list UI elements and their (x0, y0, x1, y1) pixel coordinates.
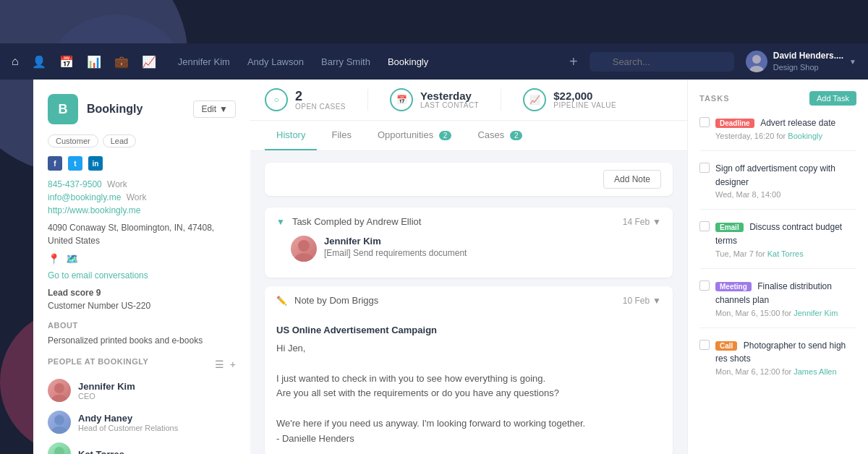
toggle-icon: ▼ (276, 217, 285, 227)
topnav: ⌂ 👤 📅 📊 💼 📈 Jennifer Kim Andy Lawson Bar… (0, 43, 868, 80)
activity-header[interactable]: ▼ Task Compled by Andrew Elliot 14 Feb ▼ (265, 207, 673, 236)
person-name[interactable]: Andy Haney (78, 413, 178, 424)
tags: Customer Lead (48, 134, 236, 147)
tag-lead[interactable]: Lead (103, 134, 136, 147)
email-badge: Email (715, 223, 744, 232)
person-info: Jennifer Kim CEO (78, 381, 135, 401)
tab-files[interactable]: Files (320, 121, 362, 150)
edit-button[interactable]: Edit ▼ (193, 100, 236, 118)
person-name[interactable]: Jennifer Kim (78, 381, 135, 392)
note-icon: ✏️ (276, 296, 287, 306)
email-link[interactable]: info@bookingly.me (48, 192, 121, 202)
home-icon[interactable]: ⌂ (12, 55, 19, 68)
list-item: Sign off advertisment copy with designer… (699, 161, 856, 210)
activity-title: Task Compled by Andrew Elliot (292, 216, 421, 227)
avatar (746, 51, 767, 72)
note-text: Hi Jen, I just wanted to check in with y… (276, 341, 661, 447)
svg-point-3 (51, 395, 67, 402)
user-menu[interactable]: David Henders.... Design Shop ▼ (746, 51, 856, 72)
twitter-icon[interactable]: t (68, 156, 82, 171)
task-meta: Wed, Mar 8, 14:00 (715, 190, 856, 199)
task-checkbox[interactable] (699, 280, 710, 291)
trend-icon[interactable]: 📈 (142, 55, 156, 69)
phone-info: 845-437-9500 Work (48, 179, 236, 189)
task-checkbox[interactable] (699, 221, 710, 231)
briefcase-icon[interactable]: 💼 (114, 55, 129, 69)
tab-bookingly[interactable]: Bookingly (380, 53, 435, 70)
website-link[interactable]: http://www.bookingly.me (48, 205, 141, 215)
user-icon[interactable]: 👤 (32, 55, 46, 69)
stat-last-contact: 📅 Yesterday LAST CONTACT (390, 88, 501, 111)
person-avatar-jennifer (48, 379, 71, 402)
stat-open-cases: ○ 2 OPEN CASES (265, 88, 367, 111)
person-role: Head of Customer Relations (78, 424, 178, 432)
task-link[interactable]: Bookingly (788, 132, 822, 140)
about-text: Personalized printed books and e-books (48, 335, 236, 346)
phone-link[interactable]: 845-437-9500 (48, 179, 102, 189)
add-task-button[interactable]: Add Task (809, 91, 856, 106)
calendar-icon[interactable]: 📅 (59, 55, 74, 69)
tab-cases[interactable]: Cases 2 (466, 121, 534, 150)
task-link[interactable]: James Allen (793, 367, 836, 376)
facebook-icon[interactable]: f (48, 156, 62, 171)
person-name: Jennifer Kim (324, 236, 467, 247)
tasks-header: TASKS Add Task (699, 91, 856, 106)
tab-barry-smith[interactable]: Barry Smith (314, 53, 378, 70)
email-info: info@bookingly.me Work (48, 192, 236, 202)
note-campaign: US Online Advertisement Campaign (276, 325, 661, 335)
svg-point-0 (752, 55, 761, 64)
email-conversations-link[interactable]: Go to email conversations (48, 270, 236, 280)
stat-label: LAST CONTACT (420, 101, 479, 109)
stat-values: $22,000 PIPELINE VALUE (553, 90, 616, 109)
website-info: http://www.bookingly.me (48, 205, 236, 215)
tab-opportunities[interactable]: Opportunities 2 (366, 121, 464, 150)
task-checkbox[interactable] (699, 117, 710, 127)
activity-header[interactable]: ✏️ Note by Dom Briggs 10 Feb ▼ (265, 286, 673, 314)
activity-body: Jennifer Kim [Email] Send requirements d… (265, 236, 673, 278)
stat-label: PIPELINE VALUE (553, 101, 616, 109)
task-checkbox[interactable] (699, 340, 710, 350)
tab-andy-lawson[interactable]: Andy Lawson (240, 53, 311, 70)
linkedin-icon[interactable]: in (88, 156, 103, 171)
tab-jennifer-kim[interactable]: Jennifer Kim (171, 53, 237, 70)
people-section-title: PEOPLE AT BOOKINGLY (48, 357, 148, 366)
chart-icon[interactable]: 📊 (87, 55, 101, 69)
person-name[interactable]: Kat Torres (78, 449, 124, 455)
company-name: Bookingly (87, 103, 142, 116)
search-input[interactable] (590, 52, 734, 72)
people-header: PEOPLE AT BOOKINGLY ☰ + (48, 357, 236, 372)
stat-pipeline: 📈 $22,000 PIPELINE VALUE (523, 88, 638, 111)
lead-score: Lead score 9 (48, 288, 236, 298)
person-avatar-kat (48, 442, 71, 454)
add-note-button[interactable]: Add Note (603, 170, 661, 189)
task-title-row: Call Photographer to send high res shots (715, 338, 856, 366)
add-button[interactable]: + (569, 53, 578, 70)
location-icons: 📍 🗺️ (48, 253, 236, 265)
deadline-badge: Deadline (715, 119, 754, 128)
nav-icons: ⌂ 👤 📅 📊 💼 📈 (12, 55, 156, 69)
person-role: CEO (78, 392, 135, 401)
list-item: Deadline Advert release date Yesterday, … (699, 116, 856, 151)
list-item: Andy Haney Head of Customer Relations (48, 411, 236, 434)
task-link[interactable]: Kat Torres (767, 249, 804, 258)
add-person-icon[interactable]: + (230, 359, 236, 370)
stat-value: $22,000 (553, 90, 616, 101)
stat-value: Yesterday (420, 90, 479, 101)
svg-point-8 (298, 240, 310, 252)
task-content: Call Photographer to send high res shots… (715, 338, 856, 377)
task-title-row: Sign off advertisment copy with designer (715, 161, 856, 189)
right-panel: TASKS Add Task Deadline Advert release d… (687, 80, 868, 454)
address: 4090 Conaway St, Bloomington, IN, 47408,… (48, 221, 236, 247)
task-title: Advert release date (760, 118, 835, 128)
sidebar-header: B Bookingly Edit ▼ (48, 94, 236, 124)
tag-customer[interactable]: Customer (48, 134, 98, 147)
tab-history[interactable]: History (265, 121, 317, 150)
main-content: B Bookingly Edit ▼ Customer Lead f t in … (33, 80, 868, 454)
svg-point-9 (294, 253, 313, 262)
task-link[interactable]: Jennifer Kim (793, 309, 838, 317)
pipeline-icon: 📈 (523, 88, 546, 111)
task-checkbox[interactable] (699, 163, 710, 173)
list-view-icon[interactable]: ☰ (215, 359, 224, 370)
chevron-down-icon: ▼ (652, 296, 661, 306)
activity-date: 10 Feb ▼ (623, 296, 661, 306)
